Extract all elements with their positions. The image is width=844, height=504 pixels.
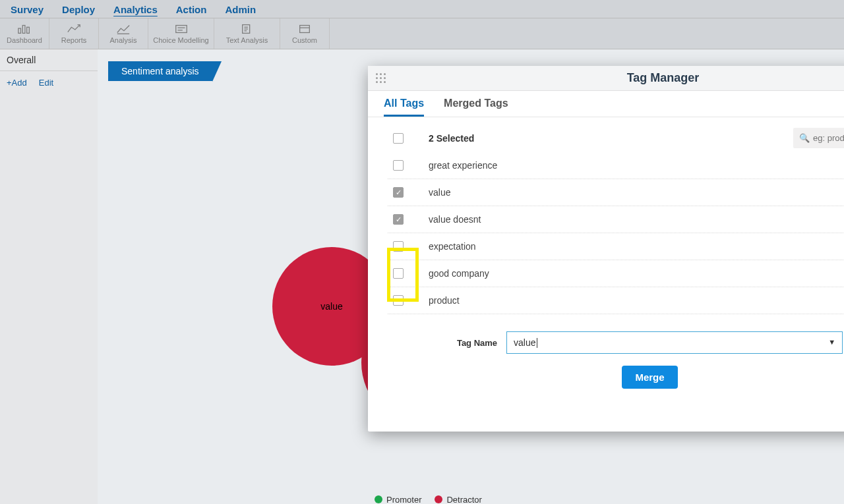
sidebar-edit-link[interactable]: Edit xyxy=(39,78,53,88)
toolbar-choice-modelling[interactable]: Choice Modelling xyxy=(148,18,214,49)
tag-checkbox[interactable] xyxy=(393,268,404,279)
choice-icon xyxy=(174,23,189,35)
toolbar-label: Dashboard xyxy=(7,36,42,44)
tag-row[interactable]: ✓ value doesnt xyxy=(388,206,844,233)
tag-label: value doesnt xyxy=(429,214,481,225)
modal-body: 2 Selected 🔍 great experience ✓ value xyxy=(368,117,844,402)
tag-name-value: value xyxy=(514,337,537,348)
select-all-checkbox[interactable] xyxy=(393,133,404,144)
tag-name-label: Tag Name xyxy=(457,338,497,348)
toolbar-analysis[interactable]: Analysis xyxy=(99,18,148,49)
legend-label: Detractor xyxy=(446,495,481,504)
tab-merged-tags[interactable]: Merged Tags xyxy=(444,98,508,117)
tag-label: value xyxy=(429,187,450,198)
toolbar-label: Text Analysis xyxy=(226,36,268,44)
toolbar-label: Analysis xyxy=(110,36,137,44)
tag-label: good company xyxy=(429,268,489,279)
tag-manager-modal: Tag Manager ✕ All Tags Merged Tags 2 Sel… xyxy=(368,66,844,432)
tag-checkbox[interactable] xyxy=(393,241,404,252)
nav-survey[interactable]: Survey xyxy=(11,4,44,15)
search-icon: 🔍 xyxy=(799,133,810,143)
nav-admin[interactable]: Admin xyxy=(225,4,256,15)
svg-rect-4 xyxy=(175,26,187,33)
tag-row[interactable]: good company xyxy=(388,260,844,287)
chevron-down-icon: ▼ xyxy=(828,338,835,346)
legend-label: Promoter xyxy=(386,495,421,504)
svg-rect-1 xyxy=(22,26,25,34)
selected-count: 2 Selected xyxy=(429,133,474,144)
tag-row[interactable]: ✓ value xyxy=(388,179,844,206)
text-analysis-icon xyxy=(240,23,255,35)
analysis-icon xyxy=(116,23,131,35)
toolbar-label: Custom xyxy=(292,36,317,44)
dot-red-icon xyxy=(435,495,442,503)
search-wrap: 🔍 xyxy=(793,128,844,148)
custom-icon xyxy=(297,23,312,35)
toolbar-dashboard[interactable]: Dashboard xyxy=(0,18,49,49)
nav-action[interactable]: Action xyxy=(176,4,207,15)
tag-name-select[interactable]: value ▼ xyxy=(506,331,843,354)
bar-chart-icon xyxy=(17,23,32,35)
toolbar-label: Reports xyxy=(61,36,87,44)
svg-rect-2 xyxy=(27,27,30,33)
legend: Promoter Detractor xyxy=(375,495,482,504)
modal-title: Tag Manager xyxy=(394,71,844,85)
nav-analytics[interactable]: Analytics xyxy=(113,4,158,15)
analytics-toolbar: Dashboard Reports Analysis Choice Modell… xyxy=(0,18,844,49)
dot-green-icon xyxy=(375,495,382,503)
modal-tabs: All Tags Merged Tags xyxy=(368,91,844,117)
line-chart-icon xyxy=(67,23,81,35)
toolbar-label: Choice Modelling xyxy=(153,36,208,44)
toolbar-reports[interactable]: Reports xyxy=(49,18,99,49)
active-viz-tab[interactable]: Sentiment analysis xyxy=(108,61,212,81)
sidebar: Overall +Add Edit xyxy=(0,49,98,504)
tag-row[interactable]: expectation xyxy=(388,233,844,260)
tag-checkbox[interactable]: ✓ xyxy=(393,214,404,225)
sidebar-section-title: Overall xyxy=(0,49,98,71)
sidebar-add-link[interactable]: +Add xyxy=(7,78,27,88)
merge-button[interactable]: Merge xyxy=(622,366,677,389)
tag-row[interactable]: great experience xyxy=(388,152,844,179)
tag-label: product xyxy=(429,295,460,306)
tab-all-tags[interactable]: All Tags xyxy=(384,98,424,117)
tag-label: great experience xyxy=(429,160,497,171)
nav-deploy[interactable]: Deploy xyxy=(62,4,95,15)
legend-promoter: Promoter xyxy=(375,495,421,504)
tag-checkbox[interactable] xyxy=(393,160,404,171)
toolbar-text-analysis[interactable]: Text Analysis xyxy=(214,18,280,49)
tag-checkbox[interactable] xyxy=(393,295,404,306)
tag-row[interactable]: product xyxy=(388,287,844,314)
toolbar-custom[interactable]: Custom xyxy=(280,18,330,49)
svg-rect-0 xyxy=(18,28,21,33)
drag-handle-icon[interactable] xyxy=(368,73,394,84)
top-nav: Survey Deploy Analytics Action Admin xyxy=(0,0,844,18)
tag-checkbox[interactable]: ✓ xyxy=(393,187,404,198)
canvas: Sentiment analysis value expectation Pro… xyxy=(98,49,844,504)
legend-detractor: Detractor xyxy=(435,495,481,504)
svg-rect-11 xyxy=(300,26,310,33)
modal-header: Tag Manager ✕ xyxy=(368,66,844,91)
tag-label: expectation xyxy=(429,241,476,252)
